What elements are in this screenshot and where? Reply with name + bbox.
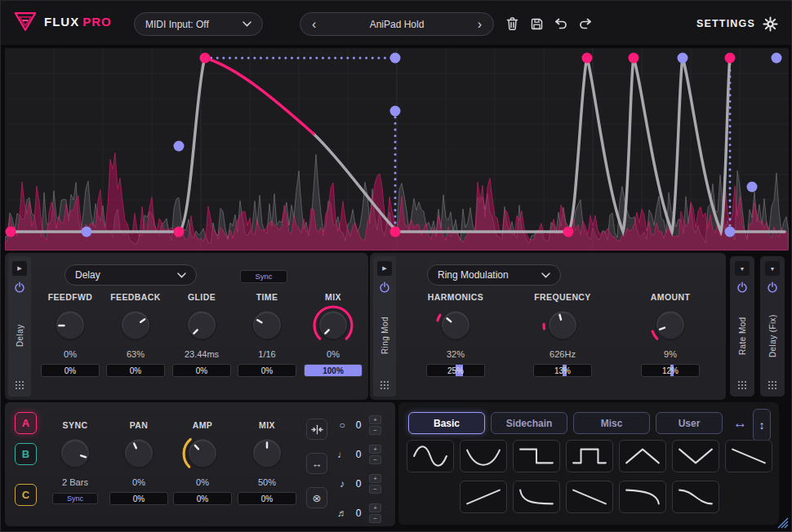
stepper-value: 0 <box>353 508 364 519</box>
envelope-editor[interactable] <box>5 48 789 250</box>
amount-mod-slider[interactable]: 12% <box>641 364 700 377</box>
mix-mod-slider[interactable]: 100% <box>304 364 363 377</box>
wave-shape-ramp-down[interactable] <box>725 440 772 472</box>
power-toggle[interactable] <box>767 282 778 293</box>
power-toggle[interactable] <box>14 282 25 293</box>
chevron-down-icon <box>177 273 186 278</box>
feedback-knob[interactable] <box>113 304 158 348</box>
grid-handle-icon[interactable] <box>380 380 389 390</box>
increment-button[interactable]: + <box>369 503 381 512</box>
time-mod-slider[interactable]: 0% <box>238 364 296 377</box>
cancel-button[interactable]: ⊗ <box>306 487 327 508</box>
stepper-row-whole-note: ○ 0 +− <box>336 414 394 437</box>
grid-handle-icon[interactable] <box>15 380 24 390</box>
decrement-button[interactable]: − <box>369 455 381 464</box>
delete-preset-button[interactable] <box>504 16 520 32</box>
effect-type-dropdown[interactable]: Ring Modulation <box>427 264 561 286</box>
converge-arrows-button[interactable] <box>306 419 327 440</box>
harmonics-mod-slider[interactable]: 25% <box>426 364 485 377</box>
lfo-sync-toggle[interactable]: Sync <box>52 493 98 504</box>
frequency-knob[interactable] <box>541 304 585 348</box>
increment-button[interactable]: + <box>369 415 381 424</box>
arrow-down-icon[interactable]: ▼ <box>765 261 780 276</box>
stepper-row-sixteenth-note: ♬ 0 +− <box>336 502 394 525</box>
glide-mod-slider[interactable]: 0% <box>172 364 231 377</box>
power-toggle[interactable] <box>379 282 390 293</box>
whole-note-icon: ○ <box>336 419 348 431</box>
decrement-button[interactable]: − <box>369 485 381 494</box>
wave-shape-sine-inv[interactable] <box>460 440 507 472</box>
resize-handle[interactable] <box>777 517 789 529</box>
pan-knob[interactable] <box>117 432 161 476</box>
lfo-slot-b[interactable]: B <box>15 443 37 465</box>
horizontal-arrows-icon[interactable]: ↔ <box>733 415 747 432</box>
wave-shape-sine[interactable] <box>407 440 454 472</box>
decrement-button[interactable]: − <box>369 426 381 435</box>
lfo-slot-c[interactable]: C <box>15 484 37 506</box>
mix-knob[interactable] <box>311 304 355 348</box>
feedfwd-mod-slider[interactable]: 0% <box>41 364 100 377</box>
tab-basic[interactable]: Basic <box>408 412 485 434</box>
vertical-flip-button[interactable]: ↕ <box>753 409 771 441</box>
rail-label: Rate Mod <box>738 296 747 375</box>
wave-shape-log-down[interactable] <box>619 481 666 513</box>
feedback-mod-slider[interactable]: 0% <box>106 364 165 377</box>
wave-shape-ramp-up[interactable] <box>460 481 507 513</box>
lfo-slot-a[interactable]: A <box>15 412 37 434</box>
tab-user[interactable]: User <box>656 412 723 434</box>
shape-tabs: Basic Sidechain Misc User ↔ <box>408 412 747 434</box>
harmonics-knob[interactable] <box>434 304 478 348</box>
glide-knob[interactable] <box>180 304 224 348</box>
effect-type-dropdown[interactable]: Delay <box>65 264 197 286</box>
amount-knob[interactable] <box>648 304 692 348</box>
wave-shape-square-down[interactable] <box>513 440 560 472</box>
quarter-note-icon: ♩ <box>336 449 348 460</box>
wave-shape-exp-down[interactable] <box>513 481 560 513</box>
play-icon[interactable]: ▶ <box>12 261 27 276</box>
save-preset-button[interactable] <box>528 16 545 32</box>
arrow-down-icon[interactable]: ▼ <box>735 261 750 276</box>
increment-button[interactable]: + <box>369 474 381 483</box>
grid-handle-icon[interactable] <box>768 380 777 390</box>
time-knob[interactable] <box>245 304 289 348</box>
rail-label: Delay <box>16 296 24 375</box>
undo-button[interactable] <box>553 16 569 32</box>
waveform-display[interactable] <box>5 48 789 250</box>
horizontal-arrows-button[interactable]: ↔ <box>306 453 327 474</box>
amp-knob[interactable] <box>180 432 225 476</box>
chevron-down-icon <box>242 21 251 27</box>
circle-x-icon: ⊗ <box>313 492 322 504</box>
pan-mod-slider[interactable]: 0% <box>109 492 168 505</box>
wave-shape-scurve-down[interactable] <box>672 481 719 513</box>
amp-mod-slider[interactable]: 0% <box>173 492 232 505</box>
preset-prev-button[interactable]: ‹ <box>309 18 319 31</box>
sync-toggle[interactable]: Sync <box>240 270 287 283</box>
sync-knob[interactable] <box>53 432 97 476</box>
redo-button[interactable] <box>577 16 594 32</box>
lfo-mix-knob[interactable] <box>245 432 289 476</box>
decrement-button[interactable]: − <box>369 514 381 523</box>
shape-grid-row2 <box>398 481 779 513</box>
ring-mod-rail: ▶ Ring Mod <box>373 256 396 397</box>
brand-suffix: PRO <box>82 15 112 29</box>
wave-shape-triangle[interactable] <box>619 440 666 472</box>
stepper-value: 0 <box>353 449 364 460</box>
midi-input-dropdown[interactable]: MIDI Input: Off <box>134 12 263 36</box>
wave-shape-square-up[interactable] <box>566 440 613 472</box>
preset-next-button[interactable]: › <box>474 18 485 31</box>
midi-input-label: MIDI Input: Off <box>145 19 209 30</box>
lfo-mix-mod-slider[interactable]: 0% <box>238 492 296 505</box>
delay-fix-rail: ▼ Delay (Fix) <box>760 256 785 397</box>
tab-misc[interactable]: Misc <box>573 412 650 434</box>
settings-button[interactable]: SETTINGS <box>696 1 778 47</box>
feedfwd-knob[interactable] <box>48 304 92 348</box>
wave-shape-ramp-down[interactable] <box>566 481 613 513</box>
increment-button[interactable]: + <box>369 445 381 454</box>
grid-handle-icon[interactable] <box>737 380 747 390</box>
frequency-mod-slider[interactable]: 13% <box>533 364 592 377</box>
redo-icon <box>578 16 593 31</box>
tab-sidechain[interactable]: Sidechain <box>491 412 567 434</box>
wave-shape-triangle-inv[interactable] <box>672 440 719 472</box>
play-icon[interactable]: ▶ <box>377 261 392 276</box>
power-toggle[interactable] <box>736 282 748 293</box>
